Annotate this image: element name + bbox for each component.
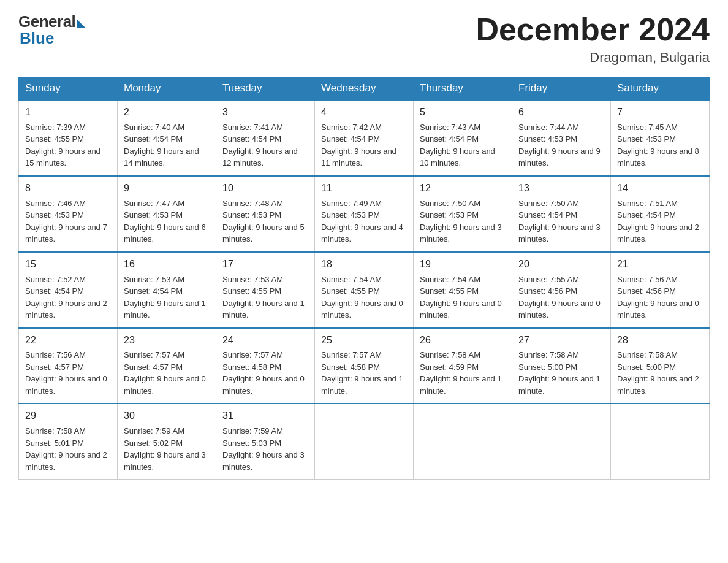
calendar-cell: [611, 404, 710, 479]
calendar-week-row: 15Sunrise: 7:52 AMSunset: 4:54 PMDayligh…: [19, 252, 710, 328]
calendar-cell: 18Sunrise: 7:54 AMSunset: 4:55 PMDayligh…: [315, 252, 414, 328]
calendar-cell: 12Sunrise: 7:50 AMSunset: 4:53 PMDayligh…: [414, 176, 512, 252]
day-number: 30: [124, 408, 210, 424]
calendar-week-row: 1Sunrise: 7:39 AMSunset: 4:55 PMDaylight…: [19, 100, 710, 176]
calendar-cell: 28Sunrise: 7:58 AMSunset: 5:00 PMDayligh…: [611, 328, 710, 404]
calendar-header-row: SundayMondayTuesdayWednesdayThursdayFrid…: [19, 77, 710, 101]
day-info: Sunrise: 7:59 AMSunset: 5:02 PMDaylight:…: [124, 425, 210, 473]
calendar-week-row: 29Sunrise: 7:58 AMSunset: 5:01 PMDayligh…: [19, 404, 710, 479]
day-info: Sunrise: 7:50 AMSunset: 4:53 PMDaylight:…: [420, 197, 506, 245]
day-number: 22: [25, 333, 111, 348]
month-title: December 2024: [476, 12, 710, 47]
day-info: Sunrise: 7:40 AMSunset: 4:54 PMDaylight:…: [124, 121, 210, 169]
day-info: Sunrise: 7:46 AMSunset: 4:53 PMDaylight:…: [25, 197, 111, 245]
day-info: Sunrise: 7:57 AMSunset: 4:58 PMDaylight:…: [222, 349, 308, 397]
logo-blue-text: Blue: [20, 29, 54, 48]
calendar-week-row: 22Sunrise: 7:56 AMSunset: 4:57 PMDayligh…: [19, 328, 710, 404]
calendar-cell: 5Sunrise: 7:43 AMSunset: 4:54 PMDaylight…: [414, 100, 512, 176]
day-number: 23: [124, 333, 210, 348]
day-number: 1: [25, 105, 111, 120]
day-number: 17: [222, 257, 308, 272]
page-header: General Blue December 2024 Dragoman, Bul…: [18, 12, 710, 66]
calendar-cell: [512, 404, 611, 479]
day-info: Sunrise: 7:57 AMSunset: 4:58 PMDaylight:…: [321, 349, 407, 397]
day-info: Sunrise: 7:52 AMSunset: 4:54 PMDaylight:…: [25, 274, 111, 321]
day-info: Sunrise: 7:44 AMSunset: 4:53 PMDaylight:…: [518, 121, 604, 169]
day-number: 20: [518, 257, 604, 272]
day-info: Sunrise: 7:56 AMSunset: 4:56 PMDaylight:…: [617, 274, 703, 321]
day-number: 3: [222, 105, 308, 120]
calendar-cell: 22Sunrise: 7:56 AMSunset: 4:57 PMDayligh…: [19, 328, 118, 404]
day-number: 29: [25, 408, 111, 424]
day-info: Sunrise: 7:42 AMSunset: 4:54 PMDaylight:…: [321, 121, 407, 169]
day-info: Sunrise: 7:54 AMSunset: 4:55 PMDaylight:…: [420, 274, 506, 321]
calendar-cell: 10Sunrise: 7:48 AMSunset: 4:53 PMDayligh…: [216, 176, 315, 252]
calendar-cell: 3Sunrise: 7:41 AMSunset: 4:54 PMDaylight…: [216, 100, 315, 176]
day-number: 15: [25, 257, 111, 272]
calendar-cell: 8Sunrise: 7:46 AMSunset: 4:53 PMDaylight…: [19, 176, 118, 252]
calendar-week-row: 8Sunrise: 7:46 AMSunset: 4:53 PMDaylight…: [19, 176, 710, 252]
calendar-cell: [315, 404, 414, 479]
calendar-cell: 1Sunrise: 7:39 AMSunset: 4:55 PMDaylight…: [19, 100, 118, 176]
day-info: Sunrise: 7:59 AMSunset: 5:03 PMDaylight:…: [222, 425, 308, 473]
calendar-cell: 21Sunrise: 7:56 AMSunset: 4:56 PMDayligh…: [611, 252, 710, 328]
day-info: Sunrise: 7:53 AMSunset: 4:55 PMDaylight:…: [222, 274, 308, 321]
calendar-cell: 19Sunrise: 7:54 AMSunset: 4:55 PMDayligh…: [414, 252, 512, 328]
calendar-cell: 6Sunrise: 7:44 AMSunset: 4:53 PMDaylight…: [512, 100, 611, 176]
calendar-cell: 16Sunrise: 7:53 AMSunset: 4:54 PMDayligh…: [118, 252, 216, 328]
day-number: 21: [617, 257, 703, 272]
calendar-cell: 23Sunrise: 7:57 AMSunset: 4:57 PMDayligh…: [118, 328, 216, 404]
day-header-tuesday: Tuesday: [216, 77, 315, 101]
day-info: Sunrise: 7:53 AMSunset: 4:54 PMDaylight:…: [124, 274, 210, 321]
day-info: Sunrise: 7:58 AMSunset: 5:01 PMDaylight:…: [25, 425, 111, 473]
day-info: Sunrise: 7:45 AMSunset: 4:53 PMDaylight:…: [617, 121, 703, 169]
day-number: 14: [617, 181, 703, 196]
calendar-cell: 17Sunrise: 7:53 AMSunset: 4:55 PMDayligh…: [216, 252, 315, 328]
day-number: 18: [321, 257, 407, 272]
day-number: 9: [124, 181, 210, 196]
day-info: Sunrise: 7:48 AMSunset: 4:53 PMDaylight:…: [222, 197, 308, 245]
day-info: Sunrise: 7:58 AMSunset: 5:00 PMDaylight:…: [617, 349, 703, 397]
day-header-saturday: Saturday: [611, 77, 710, 101]
logo-arrow-icon: [77, 19, 85, 28]
calendar-cell: 7Sunrise: 7:45 AMSunset: 4:53 PMDaylight…: [611, 100, 710, 176]
day-header-wednesday: Wednesday: [315, 77, 414, 101]
calendar-table: SundayMondayTuesdayWednesdayThursdayFrid…: [18, 77, 710, 480]
day-number: 12: [420, 181, 506, 196]
day-number: 7: [617, 105, 703, 120]
calendar-cell: 15Sunrise: 7:52 AMSunset: 4:54 PMDayligh…: [19, 252, 118, 328]
calendar-cell: 29Sunrise: 7:58 AMSunset: 5:01 PMDayligh…: [19, 404, 118, 479]
calendar-cell: 11Sunrise: 7:49 AMSunset: 4:53 PMDayligh…: [315, 176, 414, 252]
calendar-cell: 27Sunrise: 7:58 AMSunset: 5:00 PMDayligh…: [512, 328, 611, 404]
day-number: 28: [617, 333, 703, 348]
day-info: Sunrise: 7:56 AMSunset: 4:57 PMDaylight:…: [25, 349, 111, 397]
day-number: 6: [518, 105, 604, 120]
calendar-cell: 4Sunrise: 7:42 AMSunset: 4:54 PMDaylight…: [315, 100, 414, 176]
day-info: Sunrise: 7:47 AMSunset: 4:53 PMDaylight:…: [124, 197, 210, 245]
day-header-thursday: Thursday: [414, 77, 512, 101]
day-info: Sunrise: 7:49 AMSunset: 4:53 PMDaylight:…: [321, 197, 407, 245]
day-number: 31: [222, 408, 308, 424]
day-info: Sunrise: 7:50 AMSunset: 4:54 PMDaylight:…: [518, 197, 604, 245]
calendar-cell: 25Sunrise: 7:57 AMSunset: 4:58 PMDayligh…: [315, 328, 414, 404]
calendar-cell: 30Sunrise: 7:59 AMSunset: 5:02 PMDayligh…: [118, 404, 216, 479]
calendar-cell: 9Sunrise: 7:47 AMSunset: 4:53 PMDaylight…: [118, 176, 216, 252]
day-number: 8: [25, 181, 111, 196]
day-number: 25: [321, 333, 407, 348]
day-info: Sunrise: 7:55 AMSunset: 4:56 PMDaylight:…: [518, 274, 604, 321]
day-number: 2: [124, 105, 210, 120]
day-number: 26: [420, 333, 506, 348]
day-header-monday: Monday: [118, 77, 216, 101]
day-number: 10: [222, 181, 308, 196]
calendar-cell: 24Sunrise: 7:57 AMSunset: 4:58 PMDayligh…: [216, 328, 315, 404]
calendar-cell: 14Sunrise: 7:51 AMSunset: 4:54 PMDayligh…: [611, 176, 710, 252]
day-header-sunday: Sunday: [19, 77, 118, 101]
day-number: 4: [321, 105, 407, 120]
day-info: Sunrise: 7:51 AMSunset: 4:54 PMDaylight:…: [617, 197, 703, 245]
calendar-cell: 31Sunrise: 7:59 AMSunset: 5:03 PMDayligh…: [216, 404, 315, 479]
day-info: Sunrise: 7:41 AMSunset: 4:54 PMDaylight:…: [222, 121, 308, 169]
calendar-cell: 20Sunrise: 7:55 AMSunset: 4:56 PMDayligh…: [512, 252, 611, 328]
location-title: Dragoman, Bulgaria: [476, 50, 710, 66]
day-header-friday: Friday: [512, 77, 611, 101]
day-info: Sunrise: 7:57 AMSunset: 4:57 PMDaylight:…: [124, 349, 210, 397]
